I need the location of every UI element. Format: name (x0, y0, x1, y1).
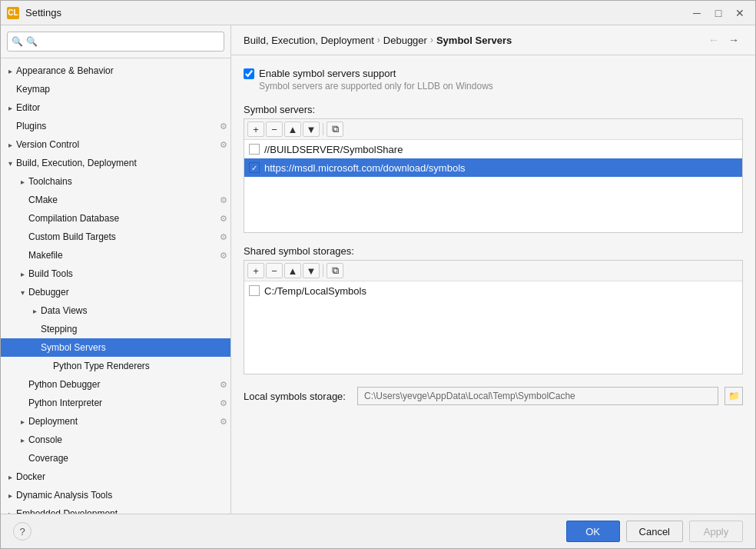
sidebar-item-label: CMake (28, 195, 58, 205)
sidebar-item-coverage[interactable]: Coverage (1, 449, 230, 467)
move-down-shared-button[interactable]: ▼ (303, 263, 320, 278)
help-button[interactable]: ? (13, 522, 32, 541)
breadcrumb-part-3: Symbol Servers (436, 35, 512, 46)
sidebar-item-data-views[interactable]: Data Views (1, 301, 230, 320)
move-down-server-button[interactable]: ▼ (303, 121, 320, 137)
sidebar-item-cmake[interactable]: CMake ⚙ (1, 191, 230, 209)
arrow-icon (4, 471, 16, 483)
sidebar-item-label: Deployment (28, 416, 78, 427)
sidebar-item-dynamic-analysis-tools[interactable]: Dynamic Analysis Tools (1, 486, 230, 504)
sidebar-item-label: Console (28, 434, 62, 445)
list-item[interactable]: C:/Temp/LocalSymbols (244, 281, 742, 300)
sidebar-item-embedded-development[interactable]: Embedded Development (1, 504, 230, 514)
sidebar-item-makefile[interactable]: Makefile ⚙ (1, 246, 230, 265)
sidebar-item-stepping[interactable]: Stepping (1, 320, 230, 338)
sidebar-item-plugins[interactable]: Plugins ⚙ (1, 117, 230, 135)
app-icon: CL (7, 7, 19, 19)
breadcrumb-separator-2: › (430, 35, 433, 45)
sidebar-item-deployment[interactable]: Deployment ⚙ (1, 412, 230, 431)
arrow-icon (16, 231, 28, 243)
sidebar-item-label: Compilation Database (28, 213, 119, 224)
remove-server-button[interactable]: − (266, 121, 283, 137)
list-item[interactable]: //BUILDSERVER/SymbolShare (244, 140, 742, 158)
local-storage-input[interactable] (357, 387, 718, 405)
enable-checkbox-row: Enable symbol servers support (244, 68, 743, 79)
nav-forward-button[interactable]: → (724, 32, 743, 48)
sidebar-item-label: Python Debugger (28, 379, 100, 390)
sidebar-item-editor[interactable]: Editor (1, 98, 230, 117)
shared-storages-label: Shared symbol storages: (244, 245, 743, 257)
sidebar-item-label: Embedded Development (16, 508, 118, 514)
sidebar-item-build-execution[interactable]: Build, Execution, Deployment (1, 154, 230, 172)
sidebar-item-appearance-behavior[interactable]: Appearance & Behavior (1, 62, 230, 80)
enable-hint: Symbol servers are supported only for LL… (259, 81, 743, 92)
sidebar-item-custom-build-targets[interactable]: Custom Build Targets ⚙ (1, 228, 230, 246)
nav-back-button[interactable]: ← (705, 32, 723, 48)
footer: ? OK Cancel Apply (1, 514, 755, 548)
arrow-icon (16, 286, 28, 298)
sidebar-item-python-type-renderers[interactable]: Python Type Renderers (1, 357, 230, 375)
sidebar-item-keymap[interactable]: Keymap (1, 80, 230, 98)
move-up-server-button[interactable]: ▲ (284, 121, 301, 137)
sidebar-item-label: Editor (16, 102, 40, 113)
sidebar-item-toolchains[interactable]: Toolchains (1, 172, 230, 191)
sidebar-item-console[interactable]: Console (1, 431, 230, 449)
sidebar-item-label: Plugins (16, 121, 46, 131)
search-input[interactable] (7, 32, 224, 52)
symbol-servers-list: //BUILDSERVER/SymbolShare ✓ https://msdl… (244, 140, 742, 232)
add-shared-button[interactable]: + (247, 263, 264, 278)
gear-icon: ⚙ (220, 232, 227, 242)
sidebar-item-build-tools[interactable]: Build Tools (1, 265, 230, 283)
main-content: 🔍 Appearance & Behavior Keymap (1, 25, 755, 514)
sidebar-item-label: Version Control (16, 139, 79, 150)
sidebar-item-label: Python Type Renderers (53, 361, 150, 371)
copy-shared-button[interactable]: ⧉ (327, 263, 343, 278)
copy-server-button[interactable]: ⧉ (327, 121, 343, 137)
cancel-button[interactable]: Cancel (626, 521, 683, 542)
list-item[interactable]: ✓ https://msdl.microsoft.com/download/sy… (244, 158, 742, 177)
sidebar-item-debugger[interactable]: Debugger (1, 283, 230, 301)
panel-content: Enable symbol servers support Symbol ser… (231, 55, 755, 514)
local-storage-row: Local symbols storage: 📁 (244, 387, 743, 405)
arrow-icon (16, 452, 28, 464)
close-button[interactable]: ✕ (731, 4, 749, 22)
sidebar-item-label: Stepping (41, 324, 77, 334)
apply-button[interactable]: Apply (689, 521, 743, 542)
item-checkbox[interactable]: ✓ (249, 162, 260, 173)
arrow-icon (16, 175, 28, 188)
browse-folder-button[interactable]: 📁 (724, 387, 743, 405)
sidebar-item-version-control[interactable]: Version Control ⚙ (1, 135, 230, 154)
arrow-icon (4, 138, 16, 151)
sidebar-item-python-interpreter[interactable]: Python Interpreter ⚙ (1, 394, 230, 412)
arrow-icon (41, 360, 53, 372)
gear-icon: ⚙ (220, 140, 227, 150)
shared-storages-container: + − ▲ ▼ ⧉ C:/Temp/LocalSymbols (244, 260, 743, 374)
add-server-button[interactable]: + (247, 121, 264, 137)
enable-symbol-servers-checkbox[interactable] (244, 68, 254, 79)
arrow-icon (16, 249, 28, 261)
maximize-button[interactable]: □ (709, 4, 728, 22)
enable-section: Enable symbol servers support Symbol ser… (244, 68, 743, 92)
sidebar-item-python-debugger[interactable]: Python Debugger ⚙ (1, 375, 230, 394)
item-checkbox[interactable] (249, 144, 260, 155)
arrow-icon (16, 397, 28, 409)
arrow-icon (16, 378, 28, 391)
sidebar-item-label: Data Views (41, 305, 87, 316)
arrow-icon (16, 415, 28, 428)
shared-storages-toolbar: + − ▲ ▼ ⧉ (244, 261, 742, 281)
sidebar: 🔍 Appearance & Behavior Keymap (1, 25, 231, 514)
arrow-icon (4, 83, 16, 95)
arrow-icon (4, 120, 16, 132)
server-url: //BUILDSERVER/SymbolShare (264, 144, 403, 155)
sidebar-item-compilation-database[interactable]: Compilation Database ⚙ (1, 209, 230, 228)
sidebar-item-label: Dynamic Analysis Tools (16, 490, 112, 501)
ok-button[interactable]: OK (566, 521, 620, 542)
move-up-shared-button[interactable]: ▲ (284, 263, 301, 278)
item-checkbox[interactable] (249, 285, 260, 296)
arrow-icon (4, 489, 16, 501)
toolbar-separator (323, 123, 323, 135)
remove-shared-button[interactable]: − (266, 263, 283, 278)
minimize-button[interactable]: ─ (688, 4, 706, 22)
sidebar-item-symbol-servers[interactable]: Symbol Servers (1, 338, 230, 357)
sidebar-item-docker[interactable]: Docker (1, 467, 230, 486)
